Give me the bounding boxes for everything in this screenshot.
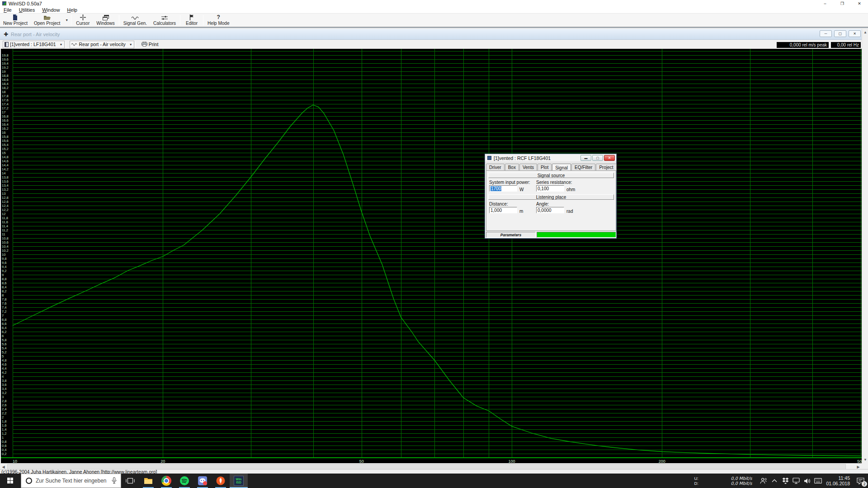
- scroll-up-arrow[interactable]: ▲: [862, 29, 868, 36]
- spotify-button[interactable]: [175, 474, 193, 488]
- svg-text:6,6: 6,6: [2, 322, 6, 326]
- svg-text:5,2: 5,2: [2, 350, 6, 354]
- svg-text:11,6: 11,6: [2, 220, 8, 224]
- ethernet-icon[interactable]: [791, 474, 802, 488]
- graph-selector-combo[interactable]: Rear port - Air velocity ▼: [70, 41, 134, 48]
- chevron-up-icon[interactable]: [769, 474, 780, 488]
- menu-file[interactable]: File: [0, 7, 15, 13]
- svg-text:13,8: 13,8: [2, 175, 9, 179]
- angle-input[interactable]: 0,0000: [536, 207, 564, 213]
- svg-text:1,8: 1,8: [2, 419, 6, 423]
- menu-help[interactable]: Help: [63, 7, 81, 13]
- winisd-taskbar-button[interactable]: WinISD: [230, 474, 248, 488]
- task-view-button[interactable]: [121, 474, 139, 488]
- file-explorer-button[interactable]: [139, 474, 157, 488]
- scroll-down-arrow[interactable]: ▼: [862, 456, 868, 463]
- close-button[interactable]: ✕: [851, 0, 868, 7]
- dialog-maximize-button[interactable]: ▢: [592, 155, 603, 161]
- svg-text:12: 12: [2, 212, 5, 216]
- open-project-dropdown-arrow[interactable]: ▼: [63, 14, 70, 27]
- series-resistance-input[interactable]: 0,100: [536, 185, 564, 192]
- search-box[interactable]: Zur Suche Text hier eingeben: [21, 474, 121, 488]
- tab-plot[interactable]: Plot: [538, 164, 552, 170]
- svg-text:13,6: 13,6: [2, 179, 9, 183]
- svg-text:6,4: 6,4: [2, 326, 6, 330]
- signal-gen-button[interactable]: Signal Gen.: [120, 14, 150, 27]
- svg-text:10,4: 10,4: [2, 244, 9, 249]
- menu-bar: File Utilities Window Help: [0, 7, 868, 14]
- signal-tab-panel: Signal source System input power: Series…: [486, 170, 616, 231]
- svg-text:15,2: 15,2: [2, 147, 9, 151]
- start-button[interactable]: [0, 474, 21, 488]
- origin-button[interactable]: [212, 474, 230, 488]
- dialog-titlebar[interactable]: [1]vented : RCF LF18G401 ▬ ▢ ✕: [485, 154, 616, 162]
- project-selector-combo[interactable]: [1]vented : LF18G401 ▼: [3, 41, 65, 48]
- svg-text:1: 1: [2, 436, 4, 440]
- discord-button[interactable]: [193, 474, 212, 488]
- help-mode-button[interactable]: ? Help Mode: [204, 14, 232, 27]
- cursor-crosshair-icon: [80, 14, 86, 20]
- vertical-scrollbar[interactable]: ▲ ▼: [862, 29, 868, 463]
- svg-text:1,6: 1,6: [2, 423, 6, 427]
- parameters-panel[interactable]: Parameters: [486, 232, 536, 238]
- svg-text:19,2: 19,2: [2, 66, 9, 70]
- touch-keyboard-icon[interactable]: [812, 474, 823, 488]
- svg-text:100: 100: [508, 459, 515, 463]
- taskbar-clock[interactable]: 11:45 01.06.2018: [826, 475, 850, 486]
- tab-project[interactable]: Project: [596, 164, 616, 170]
- menu-window[interactable]: Window: [38, 7, 63, 13]
- svg-text:5: 5: [2, 354, 4, 358]
- svg-text:10,6: 10,6: [2, 240, 9, 244]
- new-project-button[interactable]: New Project: [0, 14, 31, 27]
- print-button[interactable]: Print: [139, 41, 161, 48]
- people-icon[interactable]: [758, 474, 769, 488]
- svg-text:12,6: 12,6: [2, 200, 9, 204]
- tab-box[interactable]: Box: [505, 164, 519, 170]
- dialog-title: [1]vented : RCF LF18G401: [494, 155, 551, 161]
- power-unit-label: W: [519, 187, 524, 192]
- winisd-icon: WinISD: [234, 476, 244, 486]
- tab-vents[interactable]: Vents: [519, 164, 537, 170]
- netspeed-monitor[interactable]: U:0,0 Mbit/s D:0,0 Mbit/s: [694, 476, 752, 486]
- svg-text:8,2: 8,2: [2, 289, 6, 293]
- dropbox-icon[interactable]: [780, 474, 791, 488]
- svg-text:3,8: 3,8: [2, 379, 6, 383]
- svg-text:17,4: 17,4: [2, 102, 9, 106]
- svg-text:15,4: 15,4: [2, 143, 9, 147]
- menu-utilities[interactable]: Utilities: [15, 7, 38, 13]
- restore-button[interactable]: ❐: [834, 0, 851, 7]
- calculators-button[interactable]: Calculators: [150, 14, 179, 27]
- action-center-button[interactable]: 2: [853, 474, 868, 488]
- discord-icon: [198, 476, 208, 486]
- winisd-app-icon: [2, 1, 6, 5]
- plot-area[interactable]: 0,20,40,60,811,21,41,61,822,22,42,62,833…: [1, 49, 862, 463]
- child-minimize-button[interactable]: ─: [820, 30, 832, 37]
- windows-cascade-icon: [103, 14, 109, 20]
- editor-button[interactable]: Editor: [181, 14, 202, 27]
- distance-input[interactable]: 1,000: [489, 207, 517, 213]
- microphone-icon[interactable]: [112, 477, 117, 485]
- windows-button[interactable]: Windows: [93, 14, 118, 27]
- minimize-button[interactable]: –: [816, 0, 834, 7]
- open-project-button[interactable]: Open Project: [31, 14, 63, 27]
- dialog-minimize-button[interactable]: ▬: [580, 155, 591, 161]
- svg-text:19,8: 19,8: [2, 53, 9, 57]
- svg-text:10,8: 10,8: [2, 236, 9, 240]
- speaker-icon[interactable]: [802, 474, 812, 488]
- svg-text:5,8: 5,8: [2, 338, 6, 342]
- air-velocity-chart[interactable]: 0,20,40,60,811,21,41,61,822,22,42,62,833…: [1, 49, 862, 463]
- plot-window-toolbar: [1]vented : LF18G401 ▼ Rear port - Air v…: [0, 40, 862, 49]
- svg-text:17,2: 17,2: [2, 106, 9, 110]
- tab-eq-filter[interactable]: EQ/Filter: [571, 164, 595, 170]
- child-restore-button[interactable]: ▢: [834, 30, 846, 37]
- chrome-button[interactable]: [157, 474, 175, 488]
- svg-text:12,8: 12,8: [2, 196, 9, 200]
- dialog-close-button[interactable]: ✕: [604, 155, 615, 161]
- status-bar: (c)1996-2004 Juha Hartikainen, Janne Aho…: [0, 469, 868, 474]
- tab-signal[interactable]: Signal: [552, 164, 571, 171]
- cursor-button[interactable]: Cursor: [72, 14, 93, 27]
- child-close-button[interactable]: ✕: [849, 30, 861, 37]
- task-view-icon: [126, 477, 135, 484]
- system-input-power-input[interactable]: 1700: [489, 185, 517, 192]
- tab-driver[interactable]: Driver: [486, 164, 505, 170]
